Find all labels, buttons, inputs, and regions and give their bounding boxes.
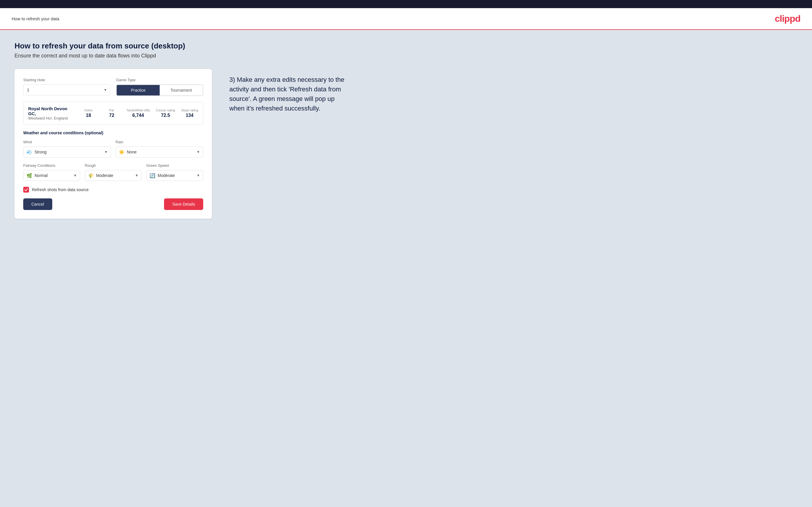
slope-rating-value: 134 (181, 113, 198, 118)
course-name-sub: Westward Ho!, England (28, 116, 74, 120)
fairway-select[interactable]: Normal (35, 170, 73, 181)
rough-icon: 🌾 (88, 173, 94, 178)
fairway-group: Fairway Conditions 🌿 Normal ▼ (23, 163, 80, 181)
tournament-button[interactable]: Tournament (160, 85, 203, 96)
fairway-label: Fairway Conditions (23, 163, 80, 168)
content-area: Starting Hole 1 ▼ Game Type Practice Tou… (14, 69, 798, 219)
course-name-main: Royal North Devon GC, (28, 106, 74, 116)
course-holes-stat: Holes 18 (80, 109, 97, 118)
green-speed-group: Green Speed 🔄 Moderate ▼ (146, 163, 203, 181)
header: How to refresh your data clippd (0, 8, 812, 30)
fairway-select-wrapper: 🌿 Normal ▼ (23, 170, 80, 181)
course-rating-label: Course rating (156, 109, 175, 112)
course-yards-stat: Yards/White (M)) 6,744 (126, 109, 150, 118)
starting-hole-group: Starting Hole 1 ▼ (23, 78, 110, 96)
wind-select[interactable]: Strong (35, 147, 104, 157)
fairway-rough-green-row: Fairway Conditions 🌿 Normal ▼ Rough 🌾 (23, 163, 203, 181)
fairway-arrow-icon: ▼ (73, 173, 77, 177)
header-title: How to refresh your data (12, 16, 59, 21)
starting-hole-select[interactable]: 1 (23, 85, 110, 95)
green-speed-label: Green Speed (146, 163, 203, 168)
checkmark-icon (24, 188, 28, 192)
course-name-group: Royal North Devon GC, Westward Ho!, Engl… (28, 106, 74, 120)
wind-group: Wind 💨 Strong ▼ (23, 140, 111, 158)
rain-select[interactable]: None (127, 147, 197, 157)
slope-rating-stat: Slope rating 134 (181, 109, 198, 118)
course-rating-stat: Course rating 72.5 (156, 109, 175, 118)
green-speed-select[interactable]: Moderate (158, 170, 197, 181)
form-card: Starting Hole 1 ▼ Game Type Practice Tou… (14, 69, 212, 219)
rough-select-wrapper: 🌾 Moderate ▼ (85, 170, 142, 181)
instruction-text: 3) Make any extra edits necessary to the… (230, 75, 351, 113)
footer: Copyright Clippd 2022 (0, 502, 812, 507)
rain-arrow-icon: ▼ (197, 150, 200, 154)
par-value: 72 (103, 113, 120, 118)
course-par-stat: Par 72 (103, 109, 120, 118)
holes-value: 18 (80, 113, 97, 118)
wind-icon: 💨 (27, 149, 32, 155)
yards-label: Yards/White (M)) (126, 109, 150, 112)
course-info: Royal North Devon GC, Westward Ho!, Engl… (23, 102, 203, 125)
rough-arrow-icon: ▼ (135, 173, 139, 177)
logo: clippd (775, 13, 800, 24)
conditions-section-header: Weather and course conditions (optional) (23, 130, 203, 135)
rain-group: Rain ☀️ None ▼ (115, 140, 203, 158)
green-speed-select-wrapper: 🔄 Moderate ▼ (146, 170, 203, 181)
rough-select[interactable]: Moderate (96, 170, 135, 181)
fairway-icon: 🌿 (27, 173, 32, 178)
yards-value: 6,744 (126, 113, 150, 118)
refresh-checkbox-label: Refresh shots from data source (32, 187, 89, 192)
page-subtitle: Ensure the correct and most up to date d… (14, 53, 798, 59)
game-type-group: Game Type Practice Tournament (116, 78, 203, 96)
game-type-toggle: Practice Tournament (116, 84, 203, 96)
wind-rain-row: Wind 💨 Strong ▼ Rain ☀️ None (23, 140, 203, 158)
save-button[interactable]: Save Details (164, 199, 203, 210)
rain-label: Rain (115, 140, 203, 144)
game-type-label: Game Type (116, 78, 203, 82)
rough-label: Rough (85, 163, 142, 168)
page-title: How to refresh your data from source (de… (14, 42, 798, 51)
rain-icon: ☀️ (119, 149, 124, 155)
starting-hole-label: Starting Hole (23, 78, 110, 82)
main-content: How to refresh your data from source (de… (0, 30, 812, 502)
rain-select-wrapper: ☀️ None ▼ (115, 147, 203, 158)
holes-label: Holes (80, 109, 97, 112)
refresh-checkbox-row: Refresh shots from data source (23, 187, 203, 192)
top-fields-row: Starting Hole 1 ▼ Game Type Practice Tou… (23, 78, 203, 96)
green-speed-icon: 🔄 (150, 173, 155, 178)
starting-hole-wrapper: 1 ▼ (23, 84, 110, 96)
par-label: Par (103, 109, 120, 112)
wind-arrow-icon: ▼ (104, 150, 108, 154)
form-actions: Cancel Save Details (23, 199, 203, 210)
wind-select-wrapper: 💨 Strong ▼ (23, 147, 111, 158)
course-rating-value: 72.5 (156, 113, 175, 118)
practice-button[interactable]: Practice (117, 85, 160, 96)
top-bar (0, 0, 812, 8)
refresh-checkbox[interactable] (23, 187, 29, 192)
wind-label: Wind (23, 140, 111, 144)
rough-group: Rough 🌾 Moderate ▼ (85, 163, 142, 181)
green-speed-arrow-icon: ▼ (197, 173, 200, 177)
slope-rating-label: Slope rating (181, 109, 198, 112)
cancel-button[interactable]: Cancel (23, 199, 52, 210)
